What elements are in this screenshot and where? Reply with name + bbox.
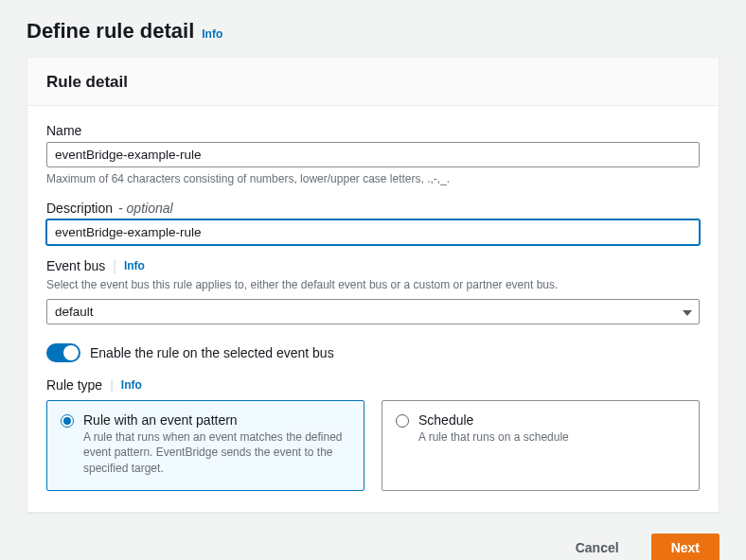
event-bus-field: Event bus | Info Select the event bus th… xyxy=(46,258,700,324)
option-desc: A rule that runs on a schedule xyxy=(418,429,569,446)
name-label: Name xyxy=(46,123,700,138)
cancel-button[interactable]: Cancel xyxy=(557,534,638,560)
rule-type-schedule[interactable]: Schedule A rule that runs on a schedule xyxy=(382,400,700,491)
option-title: Rule with an event pattern xyxy=(83,412,350,428)
label-separator: | xyxy=(113,258,116,273)
enable-label: Enable the rule on the selected event bu… xyxy=(90,345,334,360)
event-bus-label-row: Event bus | Info xyxy=(46,258,700,273)
rule-detail-panel: Rule detail Name Maximum of 64 character… xyxy=(27,57,719,513)
rule-type-label: Rule type xyxy=(46,377,102,393)
page-info-link[interactable]: Info xyxy=(202,27,222,41)
page-title: Define rule detail xyxy=(27,19,194,44)
event-bus-helper: Select the event bus this rule applies t… xyxy=(46,277,700,293)
enable-toggle-row: Enable the rule on the selected event bu… xyxy=(46,343,700,362)
rule-type-options: Rule with an event pattern A rule that r… xyxy=(46,400,700,491)
description-optional: - optional xyxy=(118,201,173,216)
option-content: Schedule A rule that runs on a schedule xyxy=(418,412,569,477)
label-separator: | xyxy=(110,377,114,393)
next-button[interactable]: Next xyxy=(651,534,719,560)
name-helper: Maximum of 64 characters consisting of n… xyxy=(46,171,700,187)
rule-type-field: Rule type | Info Rule with an event patt… xyxy=(46,377,700,491)
enable-toggle[interactable] xyxy=(46,343,80,362)
rule-type-event-pattern[interactable]: Rule with an event pattern A rule that r… xyxy=(46,400,364,491)
radio-icon xyxy=(61,414,74,428)
name-input[interactable] xyxy=(46,142,700,167)
footer-actions: Cancel Next xyxy=(27,534,719,560)
toggle-knob xyxy=(63,345,79,360)
event-bus-select[interactable] xyxy=(46,299,700,324)
panel-header: Rule detail xyxy=(27,58,719,106)
rule-type-info-link[interactable]: Info xyxy=(121,378,142,392)
option-content: Rule with an event pattern A rule that r… xyxy=(83,412,350,477)
event-bus-value[interactable] xyxy=(46,299,700,324)
description-field: Description - optional xyxy=(46,201,700,245)
event-bus-label: Event bus xyxy=(46,258,105,273)
option-desc: A rule that runs when an event matches t… xyxy=(83,429,350,477)
description-label-text: Description xyxy=(46,201,113,216)
rule-type-label-row: Rule type | Info xyxy=(46,377,700,393)
page-header: Define rule detail Info xyxy=(27,19,719,44)
event-bus-info-link[interactable]: Info xyxy=(124,259,145,272)
name-field: Name Maximum of 64 characters consisting… xyxy=(46,123,700,187)
radio-icon xyxy=(396,414,409,428)
description-input[interactable] xyxy=(46,219,700,245)
panel-title: Rule detail xyxy=(46,73,700,92)
option-title: Schedule xyxy=(418,412,569,428)
description-label: Description - optional xyxy=(46,201,700,216)
panel-body: Name Maximum of 64 characters consisting… xyxy=(27,106,719,512)
